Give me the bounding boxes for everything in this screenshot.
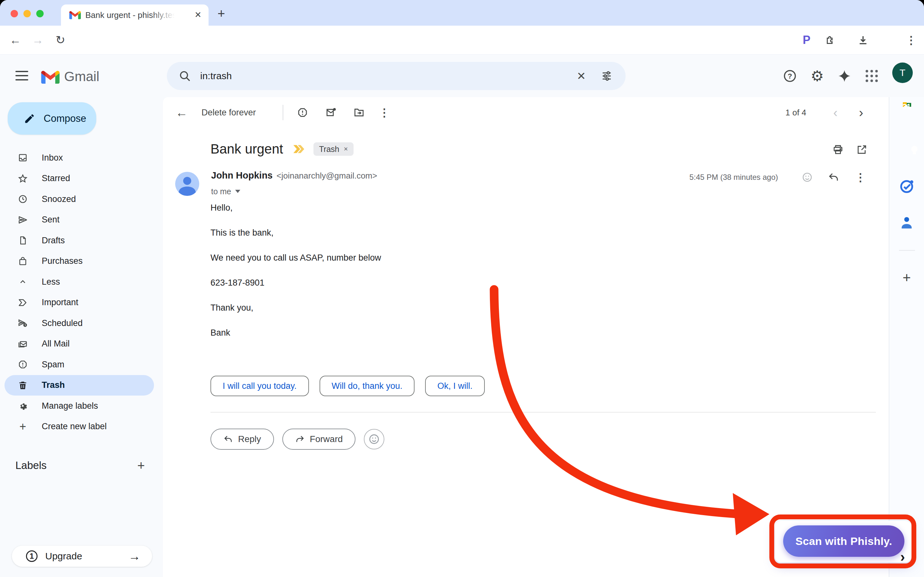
search-bar[interactable]: in:trash ✕ bbox=[167, 62, 626, 90]
sidebar-item-drafts[interactable]: Drafts bbox=[0, 230, 163, 251]
print-icon[interactable] bbox=[829, 141, 847, 159]
newer-email-icon: ‹ bbox=[827, 103, 845, 121]
forward-button[interactable]: Forward bbox=[282, 429, 356, 450]
upgrade-arrow-icon: → bbox=[128, 550, 141, 563]
reply-arrow-icon bbox=[223, 434, 233, 444]
get-addons-icon[interactable]: + bbox=[903, 269, 911, 285]
open-in-new-icon[interactable] bbox=[853, 141, 871, 159]
send-icon bbox=[17, 214, 28, 226]
new-tab-button[interactable]: + bbox=[218, 7, 225, 20]
sender-avatar[interactable] bbox=[175, 172, 199, 196]
sidebar-item-snoozed[interactable]: Snoozed bbox=[0, 189, 163, 210]
companion-divider bbox=[899, 250, 915, 251]
gmail-favicon bbox=[69, 10, 81, 20]
upgrade-label: Upgrade bbox=[45, 551, 82, 562]
main-menu-icon[interactable] bbox=[15, 71, 28, 81]
trash-icon bbox=[17, 380, 28, 391]
create-label-plus-icon[interactable]: + bbox=[137, 458, 145, 473]
reply-button[interactable]: Reply bbox=[210, 429, 274, 450]
smart-reply-chip[interactable]: Ok, I will. bbox=[425, 376, 485, 396]
report-spam-icon[interactable] bbox=[294, 103, 312, 121]
labels-title: Labels bbox=[15, 459, 47, 472]
sidebar-item-manage-labels[interactable]: Manage labels bbox=[0, 396, 163, 416]
remove-label-icon[interactable]: × bbox=[344, 145, 348, 153]
search-input[interactable]: in:trash bbox=[200, 71, 232, 81]
forward-arrow-icon bbox=[295, 434, 305, 444]
reply-icon[interactable] bbox=[825, 169, 843, 185]
body-line: Hello, bbox=[210, 195, 381, 220]
sidebar-item-less[interactable]: Less bbox=[0, 271, 163, 292]
scan-with-phishly-button[interactable]: Scan with Phishly. bbox=[783, 525, 905, 557]
upgrade-badge-icon: 1 bbox=[26, 550, 37, 562]
smart-reply-chip[interactable]: Will do, thank you. bbox=[320, 376, 415, 396]
trash-label-chip[interactable]: Trash × bbox=[313, 142, 354, 156]
clear-search-icon[interactable]: ✕ bbox=[577, 69, 586, 82]
sidebar-item-trash[interactable]: Trash bbox=[5, 375, 154, 396]
body-line: Bank bbox=[210, 320, 381, 345]
upgrade-button[interactable]: 1 Upgrade → bbox=[12, 546, 152, 567]
delete-forever-button[interactable]: Delete forever bbox=[202, 103, 256, 121]
browser-tab[interactable]: Bank urgent - phishly.test.de ✕ bbox=[61, 5, 208, 26]
compose-label: Compose bbox=[44, 113, 86, 124]
more-options-icon[interactable]: ⋮ bbox=[375, 103, 393, 121]
sidebar-item-purchases[interactable]: Purchases bbox=[0, 251, 163, 272]
schedule-send-icon bbox=[17, 318, 28, 329]
search-options-icon[interactable] bbox=[601, 70, 613, 82]
smart-reply-chip[interactable]: I will call you today. bbox=[210, 376, 309, 396]
spam-icon bbox=[17, 359, 28, 370]
google-apps-icon[interactable] bbox=[858, 63, 885, 89]
email-body: Hello, This is the bank, We need you to … bbox=[210, 195, 381, 345]
draft-file-icon bbox=[17, 235, 28, 246]
reload-icon[interactable]: ↻ bbox=[51, 26, 69, 55]
body-line: Thank you, bbox=[210, 295, 381, 320]
emoji-reaction-button[interactable] bbox=[364, 429, 384, 450]
account-avatar[interactable]: T bbox=[892, 63, 913, 83]
email-timestamp: 5:45 PM (38 minutes ago) bbox=[690, 170, 778, 184]
sidebar-item-inbox[interactable]: Inbox bbox=[0, 147, 163, 168]
settings-gear-icon[interactable]: ⚙ bbox=[804, 63, 830, 89]
plus-icon: + bbox=[17, 421, 28, 432]
back-to-list-icon[interactable]: ← bbox=[173, 103, 191, 121]
macos-zoom-button[interactable] bbox=[36, 10, 44, 17]
help-icon[interactable]: ? bbox=[776, 63, 803, 89]
macos-close-button[interactable] bbox=[11, 10, 18, 17]
side-panel-collapse-icon[interactable]: › bbox=[900, 549, 905, 565]
search-icon[interactable] bbox=[178, 69, 191, 82]
content-divider bbox=[210, 412, 876, 413]
mark-unread-icon[interactable] bbox=[322, 103, 340, 121]
tab-close-icon[interactable]: ✕ bbox=[194, 10, 202, 20]
chevron-up-icon bbox=[17, 276, 28, 287]
sidebar-item-scheduled[interactable]: Scheduled bbox=[0, 313, 163, 334]
gmail-logo[interactable]: Gmail bbox=[41, 69, 99, 84]
sidebar-item-all-mail[interactable]: All Mail bbox=[0, 334, 163, 355]
sidebar-item-starred[interactable]: Starred bbox=[0, 168, 163, 189]
body-line: We need you to call us ASAP, number belo… bbox=[210, 245, 381, 270]
message-more-icon[interactable]: ⋮ bbox=[851, 169, 869, 185]
show-details-caret-icon[interactable] bbox=[235, 190, 240, 193]
browser-window: Bank urgent - phishly.test.de ✕ + ← → ↻ … bbox=[0, 0, 924, 577]
tasks-icon[interactable] bbox=[899, 179, 915, 196]
sidebar-item-sent[interactable]: Sent bbox=[0, 210, 163, 230]
older-email-icon[interactable]: › bbox=[852, 103, 870, 121]
compose-button[interactable]: Compose bbox=[8, 102, 96, 135]
companion-panel: 31 + bbox=[889, 97, 924, 577]
gemini-icon[interactable] bbox=[831, 63, 858, 89]
chrome-menu-icon[interactable]: ⋮ bbox=[902, 26, 920, 55]
sidebar-item-spam[interactable]: Spam bbox=[0, 354, 163, 375]
add-reaction-icon[interactable] bbox=[798, 169, 816, 185]
phishly-extension-icon[interactable]: P bbox=[798, 26, 816, 55]
sidebar-item-important[interactable]: Important bbox=[0, 292, 163, 313]
inbox-icon bbox=[17, 152, 28, 163]
star-icon bbox=[17, 173, 28, 184]
email-subject: Bank urgent bbox=[210, 141, 283, 157]
sidebar-nav: Inbox Starred Snoozed Sent Drafts Purcha… bbox=[0, 147, 163, 437]
move-to-folder-icon[interactable] bbox=[350, 103, 368, 121]
sidebar-item-create-label[interactable]: + Create new label bbox=[0, 416, 163, 437]
extensions-puzzle-icon[interactable] bbox=[821, 26, 838, 55]
tab-title-fade bbox=[152, 10, 180, 20]
sender-line: John Hopkins <joinanarchly@gmail.com> bbox=[211, 170, 377, 184]
macos-minimize-button[interactable] bbox=[23, 10, 31, 17]
back-icon[interactable]: ← bbox=[6, 26, 24, 55]
contacts-icon[interactable] bbox=[899, 214, 915, 232]
downloads-icon[interactable] bbox=[854, 26, 872, 55]
